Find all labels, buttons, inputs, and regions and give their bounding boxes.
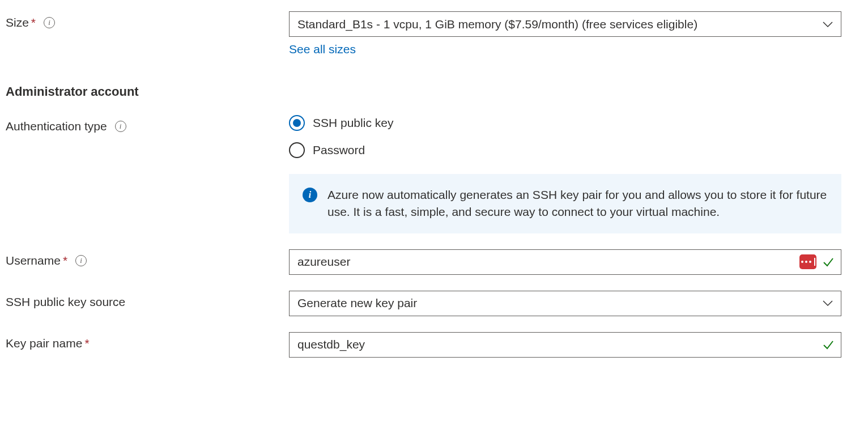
size-field-col: Standard_B1s - 1 vcpu, 1 GiB memory ($7.… bbox=[289, 11, 841, 56]
ssh-source-row: SSH public key source Generate new key p… bbox=[6, 291, 862, 316]
keypair-label-col: Key pair name * bbox=[6, 332, 289, 350]
ssh-info-banner: Azure now automatically generates an SSH… bbox=[289, 174, 841, 233]
required-marker: * bbox=[63, 254, 67, 267]
auth-type-row: Authentication type SSH public key Passw… bbox=[6, 115, 862, 233]
ssh-source-field-col: Generate new key pair bbox=[289, 291, 841, 316]
info-icon[interactable] bbox=[75, 255, 87, 266]
auth-radio-group: SSH public key Password bbox=[289, 115, 841, 158]
ssh-source-label-col: SSH public key source bbox=[6, 291, 289, 309]
username-label-col: Username * bbox=[6, 249, 289, 267]
size-label-col: Size * bbox=[6, 11, 289, 29]
info-icon[interactable] bbox=[44, 17, 55, 28]
info-filled-icon bbox=[303, 188, 317, 202]
admin-account-heading: Administrator account bbox=[6, 84, 862, 99]
username-field-col bbox=[289, 249, 841, 275]
auth-radio-ssh-label: SSH public key bbox=[313, 116, 393, 130]
auth-type-field-col: SSH public key Password Azure now automa… bbox=[289, 115, 841, 233]
auth-radio-ssh[interactable]: SSH public key bbox=[289, 115, 841, 131]
username-label: Username bbox=[6, 254, 61, 267]
ssh-source-select-value: Generate new key pair bbox=[297, 296, 417, 310]
keypair-input-wrap bbox=[289, 332, 841, 358]
size-select[interactable]: Standard_B1s - 1 vcpu, 1 GiB memory ($7.… bbox=[289, 11, 841, 37]
ssh-source-select[interactable]: Generate new key pair bbox=[289, 291, 841, 316]
chevron-down-icon bbox=[823, 21, 833, 28]
info-icon[interactable] bbox=[115, 121, 126, 132]
see-all-sizes-link[interactable]: See all sizes bbox=[289, 42, 356, 56]
keypair-field-col bbox=[289, 332, 841, 358]
radio-button-icon bbox=[289, 115, 305, 131]
auth-radio-password-label: Password bbox=[313, 143, 365, 157]
keypair-label: Key pair name bbox=[6, 337, 82, 350]
size-row: Size * Standard_B1s - 1 vcpu, 1 GiB memo… bbox=[6, 11, 862, 56]
ssh-info-text: Azure now automatically generates an SSH… bbox=[327, 186, 828, 221]
auth-type-label-col: Authentication type bbox=[6, 115, 289, 133]
username-input[interactable] bbox=[289, 249, 841, 275]
auth-radio-password[interactable]: Password bbox=[289, 142, 841, 158]
size-label: Size bbox=[6, 16, 29, 29]
radio-button-icon bbox=[289, 142, 305, 158]
username-row: Username * bbox=[6, 249, 862, 275]
size-select-value: Standard_B1s - 1 vcpu, 1 GiB memory ($7.… bbox=[297, 18, 697, 31]
username-input-wrap bbox=[289, 249, 841, 275]
keypair-row: Key pair name * bbox=[6, 332, 862, 358]
chevron-down-icon bbox=[823, 300, 833, 307]
auth-type-label: Authentication type bbox=[6, 120, 107, 133]
required-marker: * bbox=[31, 16, 36, 29]
ssh-source-label: SSH public key source bbox=[6, 295, 125, 309]
password-manager-icon[interactable] bbox=[799, 254, 816, 269]
keypair-input[interactable] bbox=[289, 332, 841, 358]
required-marker: * bbox=[84, 337, 89, 350]
